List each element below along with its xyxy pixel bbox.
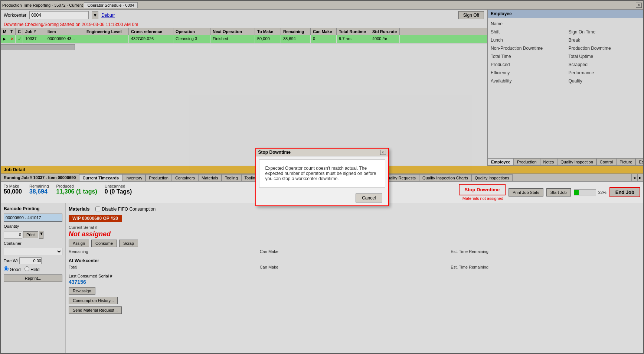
dialog-footer: Cancel bbox=[256, 191, 388, 205]
dialog-overlay: Stop Downtime × Expected Operator count … bbox=[0, 0, 644, 354]
dialog-close-button[interactable]: × bbox=[380, 150, 386, 155]
stop-downtime-dialog: Stop Downtime × Expected Operator count … bbox=[255, 148, 389, 206]
dialog-title: Stop Downtime bbox=[258, 150, 380, 155]
dialog-body: Expected Operator count doesn't match ac… bbox=[259, 159, 385, 188]
dialog-cancel-button[interactable]: Cancel bbox=[356, 194, 382, 202]
dialog-message: Expected Operator count doesn't match ac… bbox=[265, 166, 376, 181]
dialog-title-bar: Stop Downtime × bbox=[256, 149, 388, 156]
